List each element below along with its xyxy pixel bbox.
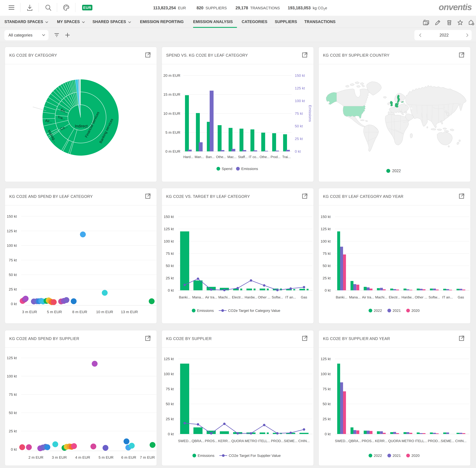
- svg-text:50 kt: 50 kt: [9, 273, 17, 277]
- svg-text:6 m EUR: 6 m EUR: [121, 455, 136, 459]
- svg-text:5 m EUR: 5 m EUR: [47, 310, 62, 314]
- svg-text:50 kt: 50 kt: [322, 264, 331, 268]
- svg-text:PROS...: PROS...: [362, 439, 374, 443]
- svg-text:100 kt: 100 kt: [7, 374, 17, 378]
- svg-text:SIEME...: SIEME...: [441, 439, 454, 443]
- svg-text:0 kt: 0 kt: [168, 288, 174, 292]
- svg-text:IT co...: IT co...: [249, 155, 259, 159]
- svg-text:50 kt: 50 kt: [322, 402, 331, 406]
- svg-text:Air tra...: Air tra...: [205, 295, 217, 299]
- svg-text:Mana...: Mana...: [349, 295, 361, 299]
- svg-text:150 kt: 150 kt: [7, 214, 17, 219]
- svg-text:2021: 2021: [392, 308, 401, 313]
- svg-text:100 kt: 100 kt: [321, 372, 331, 376]
- svg-text:3 m EUR: 3 m EUR: [52, 455, 67, 459]
- svg-text:Mana...: Mana...: [192, 295, 204, 299]
- svg-text:10 m EUR: 10 m EUR: [163, 111, 180, 116]
- svg-text:50 kt: 50 kt: [9, 411, 17, 415]
- svg-text:25 kt: 25 kt: [166, 276, 174, 280]
- svg-text:ITELL...: ITELL...: [258, 439, 270, 443]
- svg-text:Hard...: Hard...: [183, 155, 193, 159]
- svg-text:QBRA...: QBRA...: [192, 439, 204, 443]
- svg-text:Electr...: Electr...: [232, 295, 243, 299]
- svg-text:SWED...: SWED...: [335, 439, 348, 443]
- svg-text:Trai...: Trai...: [282, 155, 291, 159]
- svg-text:IT an...: IT an...: [442, 295, 453, 299]
- svg-text:Man...: Man...: [195, 155, 204, 159]
- svg-text:100 kt: 100 kt: [321, 239, 331, 243]
- svg-text:Spend: Spend: [222, 167, 232, 171]
- svg-text:METRO: METRO: [402, 439, 414, 443]
- svg-text:KERR...: KERR...: [375, 439, 388, 443]
- svg-text:125 kt: 125 kt: [164, 357, 174, 361]
- svg-text:Air tra...: Air tra...: [362, 295, 374, 299]
- svg-text:5 m EUR: 5 m EUR: [165, 130, 180, 134]
- svg-text:20 m EUR: 20 m EUR: [163, 73, 180, 77]
- svg-text:75 kt: 75 kt: [9, 393, 17, 396]
- svg-text:50 kt: 50 kt: [295, 124, 303, 128]
- svg-text:75 kt: 75 kt: [9, 258, 17, 262]
- svg-text:150 kt: 150 kt: [164, 215, 174, 219]
- svg-text:125 kt: 125 kt: [7, 356, 17, 360]
- svg-text:25 kt: 25 kt: [295, 137, 303, 141]
- svg-text:0 kt: 0 kt: [325, 288, 331, 292]
- svg-text:Machi...: Machi...: [375, 295, 387, 299]
- svg-text:Banki...: Banki...: [179, 295, 191, 299]
- svg-text:100 kt: 100 kt: [164, 239, 174, 243]
- svg-text:Mac...: Mac...: [227, 155, 237, 159]
- svg-text:QUORA: QUORA: [231, 439, 244, 443]
- svg-text:2022: 2022: [374, 308, 382, 313]
- svg-text:Banki...: Banki...: [336, 295, 347, 299]
- svg-text:100 kt: 100 kt: [7, 243, 17, 248]
- svg-text:CHIN...: CHIN...: [298, 439, 310, 443]
- svg-text:PROD...: PROD...: [428, 439, 441, 443]
- svg-text:25 kt: 25 kt: [9, 287, 17, 291]
- svg-text:150 kt: 150 kt: [295, 73, 305, 77]
- svg-text:25 kt: 25 kt: [322, 417, 331, 421]
- svg-text:0 kt: 0 kt: [168, 432, 174, 436]
- svg-text:125 kt: 125 kt: [321, 357, 331, 361]
- svg-text:Othe...: Othe...: [216, 155, 226, 159]
- svg-text:125 kt: 125 kt: [295, 86, 305, 90]
- svg-text:15 m EUR: 15 m EUR: [163, 92, 180, 97]
- svg-text:QBRA...: QBRA...: [349, 439, 361, 443]
- svg-text:SWED...: SWED...: [178, 439, 191, 443]
- svg-text:Hardw...: Hardw...: [402, 295, 414, 299]
- svg-text:100 kt: 100 kt: [164, 372, 174, 376]
- svg-text:2022: 2022: [374, 453, 382, 458]
- svg-text:2 m EUR: 2 m EUR: [28, 455, 43, 459]
- svg-text:100 kt: 100 kt: [295, 99, 305, 103]
- svg-text:25 kt: 25 kt: [166, 417, 174, 421]
- svg-text:Prod...: Prod...: [271, 155, 280, 159]
- svg-text:3 m EUR: 3 m EUR: [22, 310, 37, 314]
- svg-text:4 m EUR: 4 m EUR: [75, 455, 90, 459]
- svg-text:0 kt: 0 kt: [11, 447, 17, 452]
- svg-text:Staff...: Staff...: [238, 155, 248, 159]
- svg-text:125 kt: 125 kt: [7, 229, 17, 233]
- svg-text:Emissions: Emissions: [198, 453, 214, 458]
- svg-text:0 m EUR: 0 m EUR: [165, 149, 180, 153]
- svg-text:CO2e Target for Category Value: CO2e Target for Category Value: [228, 308, 280, 313]
- svg-text:150 kt: 150 kt: [321, 215, 331, 219]
- svg-text:CHIN...: CHIN...: [455, 439, 467, 443]
- svg-text:PROD...: PROD...: [271, 439, 284, 443]
- svg-text:Othe...: Othe...: [260, 155, 270, 159]
- svg-text:PROS...: PROS...: [205, 439, 217, 443]
- svg-text:2021: 2021: [392, 453, 401, 458]
- svg-text:125 kt: 125 kt: [321, 227, 331, 231]
- svg-text:2020: 2020: [411, 308, 420, 313]
- svg-text:7 m EUR: 7 m EUR: [140, 455, 155, 459]
- svg-text:2022: 2022: [392, 169, 401, 173]
- svg-text:Emissions: Emissions: [241, 167, 258, 171]
- svg-text:0 kt: 0 kt: [295, 149, 301, 153]
- svg-text:IT an...: IT an...: [285, 295, 296, 299]
- svg-text:13 m EUR: 13 m EUR: [121, 310, 138, 314]
- svg-text:25 kt: 25 kt: [322, 276, 331, 280]
- svg-text:Other ...: Other ...: [258, 295, 270, 299]
- svg-text:125 kt: 125 kt: [164, 227, 174, 231]
- svg-text:25 kt: 25 kt: [9, 429, 17, 433]
- svg-text:CO2e Target For Supplier Value: CO2e Target For Supplier Value: [229, 453, 281, 458]
- svg-text:75 kt: 75 kt: [166, 387, 174, 391]
- svg-text:75 kt: 75 kt: [322, 387, 331, 391]
- svg-text:Softw...: Softw...: [272, 295, 283, 299]
